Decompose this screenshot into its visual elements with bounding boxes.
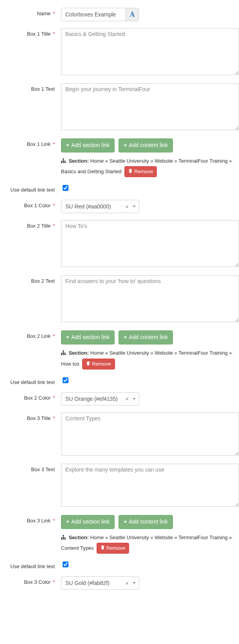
box1-section-path: Section: Home » Seattle University » Web…	[61, 156, 239, 178]
box3-color-select[interactable]: SU Gold (#fab82f) ×	[61, 576, 139, 590]
box3-title-label: Box 3 Title *	[0, 413, 61, 457]
svg-rect-23	[61, 538, 62, 540]
box2-text-label: Box 2 Text	[0, 275, 61, 323]
svg-rect-12	[61, 354, 62, 355]
box1-link-label: Box 1 Link *	[0, 138, 61, 177]
box2-title-label: Box 2 Title *	[0, 220, 61, 268]
name-label: Name *	[0, 8, 61, 21]
svg-rect-14	[65, 354, 66, 355]
trash-icon	[101, 545, 105, 552]
svg-rect-25	[65, 538, 66, 540]
plus-icon: +	[124, 518, 127, 526]
sitemap-icon	[61, 349, 66, 359]
box3-default-link-checkbox[interactable]	[63, 561, 68, 567]
svg-rect-31	[101, 546, 104, 547]
box2-title-input[interactable]	[61, 220, 239, 267]
select-value: SU Red (#aa0000)	[65, 203, 111, 210]
svg-rect-18	[63, 353, 64, 354]
svg-rect-30	[65, 537, 66, 538]
box1-default-link-label: Use default link text	[0, 184, 61, 193]
box3-text-input[interactable]	[61, 464, 239, 507]
svg-rect-24	[63, 538, 64, 540]
svg-rect-0	[63, 158, 64, 160]
add-section-link-button[interactable]: +Add section link	[61, 330, 115, 344]
sitemap-icon	[61, 533, 66, 543]
select-value: SU Gold (#fab82f)	[65, 580, 110, 586]
svg-rect-11	[63, 350, 64, 352]
box2-section-path: Section: Home » Seattle University » Web…	[61, 348, 239, 370]
plus-icon: +	[66, 142, 69, 149]
box1-title-input[interactable]	[61, 28, 239, 75]
svg-rect-10	[130, 169, 131, 170]
trash-icon	[128, 168, 133, 175]
svg-rect-20	[86, 362, 90, 362]
box3-section-path: Section: Home » Seattle University » Web…	[61, 533, 239, 554]
svg-rect-22	[63, 535, 64, 536]
svg-rect-21	[88, 361, 89, 362]
box2-color-select[interactable]: SU Orange (#ef4135) ×	[61, 392, 139, 405]
svg-rect-4	[63, 160, 64, 161]
plus-icon: +	[66, 334, 69, 341]
trash-icon	[86, 361, 90, 368]
svg-rect-29	[63, 537, 64, 538]
box3-default-link-label: Use default link text	[0, 561, 61, 569]
svg-rect-8	[65, 161, 66, 162]
add-content-link-button[interactable]: +Add content link	[119, 330, 173, 344]
svg-rect-15	[63, 352, 64, 353]
svg-rect-32	[102, 545, 103, 546]
svg-rect-2	[63, 162, 64, 163]
svg-rect-9	[129, 170, 132, 170]
box1-title-label: Box 1 Title *	[0, 28, 61, 76]
add-section-link-button[interactable]: +Add section link	[61, 515, 115, 529]
svg-rect-28	[61, 537, 62, 538]
remove-button[interactable]: Remove	[82, 359, 115, 370]
box1-default-link-checkbox[interactable]	[63, 185, 68, 191]
svg-rect-7	[63, 161, 64, 162]
chevron-down-icon[interactable]	[133, 582, 136, 584]
svg-rect-1	[61, 162, 62, 163]
remove-button[interactable]: Remove	[97, 543, 129, 554]
clear-icon[interactable]: ×	[123, 395, 131, 402]
box1-text-label: Box 1 Text	[0, 83, 61, 131]
chevron-down-icon[interactable]	[133, 398, 136, 400]
box2-color-label: Box 2 Color *	[0, 392, 61, 405]
svg-rect-13	[63, 354, 64, 355]
box2-default-link-label: Use default link text	[0, 377, 61, 385]
svg-rect-19	[65, 353, 66, 354]
svg-rect-26	[63, 536, 64, 537]
clear-icon[interactable]: ×	[123, 203, 131, 210]
select-value: SU Orange (#ef4135)	[65, 396, 118, 402]
plus-icon: +	[124, 334, 127, 341]
add-content-link-button[interactable]: +Add content link	[119, 515, 173, 529]
svg-rect-3	[65, 162, 66, 163]
name-input[interactable]	[61, 8, 126, 21]
remove-button[interactable]: Remove	[124, 166, 157, 177]
sitemap-icon	[61, 157, 66, 167]
box3-color-label: Box 3 Color *	[0, 576, 61, 590]
box3-link-label: Box 3 Link *	[0, 515, 61, 554]
box1-color-label: Box 1 Color *	[0, 200, 61, 213]
font-icon[interactable]: A	[126, 8, 139, 21]
box2-text-input[interactable]	[61, 275, 239, 322]
box3-title-input[interactable]	[61, 413, 239, 456]
box1-text-input[interactable]	[61, 83, 239, 130]
clear-icon[interactable]: ×	[123, 580, 131, 587]
box2-default-link-checkbox[interactable]	[63, 377, 68, 383]
add-section-link-button[interactable]: +Add section link	[61, 138, 115, 152]
chevron-down-icon[interactable]	[133, 206, 136, 207]
box2-link-label: Box 2 Link *	[0, 330, 61, 369]
plus-icon: +	[124, 142, 127, 149]
plus-icon: +	[66, 518, 69, 526]
required-mark: *	[51, 11, 55, 16]
svg-rect-6	[61, 161, 62, 162]
box1-color-select[interactable]: SU Red (#aa0000) ×	[61, 200, 139, 213]
add-content-link-button[interactable]: +Add content link	[119, 138, 173, 152]
svg-rect-17	[61, 353, 62, 354]
name-label-text: Name	[37, 11, 51, 16]
box3-text-label: Box 3 Text	[0, 464, 61, 508]
